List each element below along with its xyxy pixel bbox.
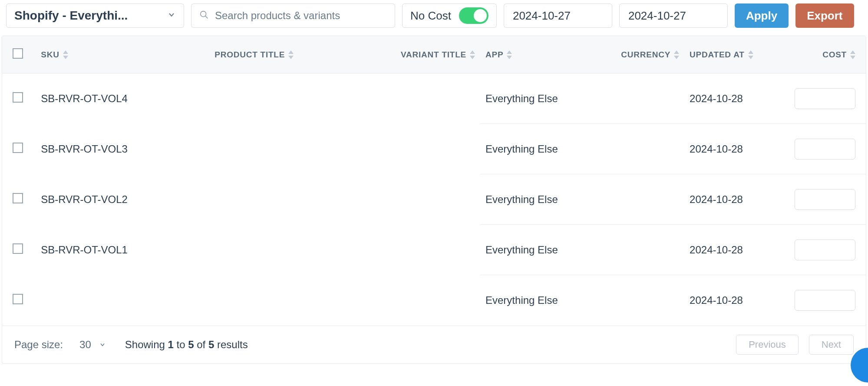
cell-product-title [154, 275, 299, 326]
cell-updated-at: 2024-10-28 [684, 73, 779, 124]
cell-product-title [154, 174, 299, 225]
no-cost-filter: No Cost [402, 3, 497, 28]
cell-sku [36, 275, 154, 326]
cost-input[interactable] [795, 189, 855, 210]
table-footer: Page size: 30 Showing 1 to 5 of 5 result… [2, 326, 866, 363]
row-checkbox[interactable] [13, 92, 23, 103]
table-row: SB-RVR-OT-VOL2 Everything Else 2024-10-2… [2, 174, 866, 225]
cell-app: Everything Else [480, 225, 584, 275]
cell-cost [779, 73, 866, 124]
cell-app: Everything Else [480, 174, 584, 225]
column-header-currency[interactable]: CURRENCY [584, 36, 684, 73]
cell-sku: SB-RVR-OT-VOL1 [36, 225, 154, 275]
date-from-value: 2024-10-27 [513, 9, 571, 23]
cell-currency [584, 174, 684, 225]
column-header-updated-at[interactable]: UPDATED AT [684, 36, 779, 73]
cost-input[interactable] [795, 88, 855, 109]
next-page-button[interactable]: Next [809, 335, 854, 355]
cell-sku: SB-RVR-OT-VOL2 [36, 174, 154, 225]
sort-icon [748, 50, 753, 59]
table-row: SB-RVR-OT-VOL3 Everything Else 2024-10-2… [2, 124, 866, 174]
cost-input[interactable] [795, 240, 855, 260]
cost-input[interactable] [795, 139, 855, 160]
cell-variant-title [299, 174, 480, 225]
cell-currency [584, 124, 684, 174]
column-header-variant-title[interactable]: VARIANT TITLE [299, 36, 480, 73]
cell-sku: SB-RVR-OT-VOL3 [36, 124, 154, 174]
row-checkbox[interactable] [13, 193, 23, 203]
store-selector[interactable]: Shopify - Everythi... [6, 3, 184, 28]
table-row: SB-RVR-OT-VOL1 Everything Else 2024-10-2… [2, 225, 866, 275]
cell-product-title [154, 124, 299, 174]
cell-app: Everything Else [480, 73, 584, 124]
products-table: SKU PRODUCT TITLE VARIANT TITLE APP CURR… [2, 36, 866, 364]
sort-icon [63, 50, 68, 59]
cell-product-title [154, 225, 299, 275]
cell-currency [584, 73, 684, 124]
date-to-input[interactable]: 2024-10-27 [619, 3, 728, 28]
cell-product-title [154, 73, 299, 124]
column-header-product-title[interactable]: PRODUCT TITLE [154, 36, 299, 73]
cell-app: Everything Else [480, 275, 584, 326]
sort-icon [850, 50, 855, 59]
search-input[interactable] [215, 10, 387, 22]
cell-app: Everything Else [480, 124, 584, 174]
sort-icon [470, 50, 475, 59]
export-button[interactable]: Export [795, 3, 854, 28]
column-header-app[interactable]: APP [480, 36, 584, 73]
table-row: Everything Else 2024-10-28 [2, 275, 866, 326]
previous-page-button[interactable]: Previous [736, 335, 799, 355]
no-cost-label: No Cost [410, 9, 451, 23]
column-header-cost[interactable]: COST [779, 36, 866, 73]
cell-currency [584, 225, 684, 275]
cost-input[interactable] [795, 290, 855, 311]
row-checkbox[interactable] [13, 294, 23, 304]
sort-icon [507, 50, 512, 59]
cell-variant-title [299, 73, 480, 124]
row-checkbox[interactable] [13, 143, 23, 153]
apply-button[interactable]: Apply [735, 3, 789, 28]
cell-cost [779, 275, 866, 326]
row-checkbox[interactable] [13, 243, 23, 254]
store-selector-label: Shopify - Everythi... [14, 9, 128, 23]
search-icon [199, 10, 209, 22]
cell-updated-at: 2024-10-28 [684, 275, 779, 326]
select-all-checkbox[interactable] [13, 48, 23, 59]
search-box[interactable] [191, 3, 395, 28]
cell-cost [779, 174, 866, 225]
sort-icon [288, 50, 294, 59]
cell-variant-title [299, 225, 480, 275]
page-size-select[interactable]: 30 [79, 339, 106, 351]
date-from-input[interactable]: 2024-10-27 [504, 3, 612, 28]
cell-cost [779, 225, 866, 275]
page-size-value: 30 [79, 339, 91, 351]
page-size-label: Page size: [14, 339, 63, 351]
results-summary: Showing 1 to 5 of 5 results [125, 339, 248, 351]
cell-variant-title [299, 275, 480, 326]
date-to-value: 2024-10-27 [628, 9, 686, 23]
no-cost-toggle[interactable] [459, 7, 488, 24]
cell-updated-at: 2024-10-28 [684, 174, 779, 225]
sort-icon [674, 50, 679, 59]
svg-point-0 [201, 11, 206, 17]
cell-cost [779, 124, 866, 174]
cell-updated-at: 2024-10-28 [684, 225, 779, 275]
svg-line-1 [205, 16, 208, 18]
cell-sku: SB-RVR-OT-VOL4 [36, 73, 154, 124]
cell-variant-title [299, 124, 480, 174]
chevron-down-icon [167, 10, 176, 21]
table-header-row: SKU PRODUCT TITLE VARIANT TITLE APP CURR… [2, 36, 866, 73]
cell-currency [584, 275, 684, 326]
chevron-down-icon [99, 339, 106, 351]
column-header-sku[interactable]: SKU [36, 36, 154, 73]
table-row: SB-RVR-OT-VOL4 Everything Else 2024-10-2… [2, 73, 866, 124]
toolbar: Shopify - Everythi... No Cost 2024-10-27… [0, 0, 868, 31]
cell-updated-at: 2024-10-28 [684, 124, 779, 174]
